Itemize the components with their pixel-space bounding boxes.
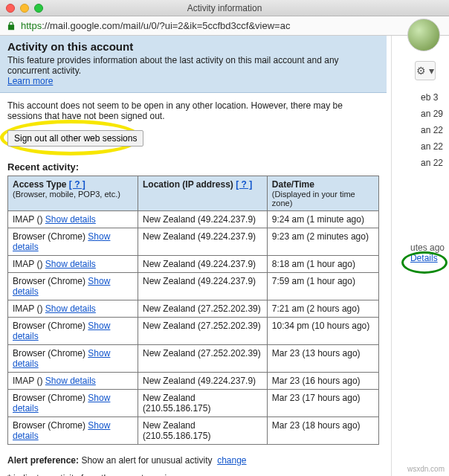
cell-location: New Zealand (27.252.202.39) <box>138 300 268 318</box>
url-scheme: https <box>21 20 42 31</box>
cell-location: New Zealand (49.224.237.9) <box>138 273 268 300</box>
table-row: IMAP () Show detailsNew Zealand (49.224.… <box>8 373 379 390</box>
cell-location: New Zealand (27.252.202.39) <box>138 318 268 345</box>
cell-access: IMAP () Show details <box>8 300 138 318</box>
table-row: IMAP () Show detailsNew Zealand (49.224.… <box>8 256 379 273</box>
show-details-link[interactable]: Show details <box>45 214 96 225</box>
cell-datetime: Mar 23 (16 hours ago) <box>267 373 378 390</box>
change-alert-link[interactable]: change <box>217 455 246 466</box>
activity-snippet: utes ago Details <box>410 242 445 263</box>
cell-access: Browser (Chrome) Show details <box>8 228 138 256</box>
session-asterisk-note: * indicates activity from the current se… <box>7 473 379 476</box>
table-row: Browser (Chrome) Show detailsNew Zealand… <box>8 228 379 256</box>
col-location: Location (IP address) [ ? ] <box>138 176 268 211</box>
sign-out-sessions-button[interactable]: Sign out all other web sessions <box>7 130 143 147</box>
cell-datetime: 7:21 am (2 hours ago) <box>267 300 378 318</box>
cell-datetime: 7:59 am (1 hour ago) <box>267 273 378 300</box>
cell-location: New Zealand (49.224.237.9) <box>138 256 268 273</box>
details-link[interactable]: Details <box>410 253 438 263</box>
table-row: IMAP () Show detailsNew Zealand (49.224.… <box>8 211 379 228</box>
banner-heading: Activity on this account <box>7 40 379 53</box>
cell-datetime: 9:23 am (2 minutes ago) <box>267 228 378 256</box>
cell-access: Browser (Chrome) Show details <box>8 345 138 373</box>
table-row: Browser (Chrome) Show detailsNew Zealand… <box>8 390 379 417</box>
cell-access: Browser (Chrome) Show details <box>8 273 138 300</box>
cell-location: New Zealand (210.55.186.175) <box>138 417 268 445</box>
cell-access: IMAP () Show details <box>8 211 138 228</box>
show-details-link[interactable]: Show details <box>45 259 96 269</box>
table-row: Browser (Chrome) Show detailsNew Zealand… <box>8 417 379 445</box>
cell-location: New Zealand (210.55.186.175) <box>138 390 268 417</box>
info-banner: Activity on this account This feature pr… <box>0 36 387 93</box>
gear-icon: ⚙ ▾ <box>416 65 434 77</box>
window-title: Activity information <box>0 3 449 13</box>
lock-icon <box>6 21 16 31</box>
cell-location: New Zealand (49.224.237.9) <box>138 228 268 256</box>
recent-activity-heading: Recent activity: <box>7 161 379 173</box>
url-rest: ://mail.google.com/mail/u/0/?ui=2&ik=5cc… <box>42 20 290 31</box>
show-details-link[interactable]: Show details <box>45 303 96 314</box>
cell-access: Browser (Chrome) Show details <box>8 318 138 345</box>
table-row: Browser (Chrome) Show detailsNew Zealand… <box>8 318 379 345</box>
cell-access: Browser (Chrome) Show details <box>8 417 138 445</box>
col-datetime: Date/Time (Displayed in your time zone) <box>267 176 378 211</box>
show-details-link[interactable]: Show details <box>45 376 96 386</box>
cell-datetime: 9:24 am (1 minute ago) <box>267 211 378 228</box>
location-help-link[interactable]: [ ? ] <box>236 179 252 190</box>
cell-datetime: 10:34 pm (10 hours ago) <box>267 318 378 345</box>
cell-location: New Zealand (27.252.202.39) <box>138 345 268 373</box>
table-row: Browser (Chrome) Show detailsNew Zealand… <box>8 273 379 300</box>
col-access-type: Access Type [ ? ] (Browser, mobile, POP3… <box>8 176 138 211</box>
cell-location: New Zealand (49.224.237.9) <box>138 211 268 228</box>
settings-button[interactable]: ⚙ ▾ <box>415 61 436 80</box>
cell-location: New Zealand (49.224.237.9) <box>138 373 268 390</box>
cell-datetime: Mar 23 (17 hours ago) <box>267 390 378 417</box>
avatar[interactable] <box>407 19 440 51</box>
banner-description: This feature provides information about … <box>7 55 339 76</box>
address-bar[interactable]: https://mail.google.com/mail/u/0/?ui=2&i… <box>0 16 449 36</box>
table-row: Browser (Chrome) Show detailsNew Zealand… <box>8 345 379 373</box>
inbox-date-fragments: eb 3 an 29 an 22 an 22 an 22 <box>421 89 443 171</box>
activity-table: Access Type [ ? ] (Browser, mobile, POP3… <box>7 176 379 445</box>
learn-more-link[interactable]: Learn more <box>7 76 53 86</box>
access-help-link[interactable]: [ ? ] <box>69 179 85 190</box>
cell-datetime: Mar 23 (18 hours ago) <box>267 417 378 445</box>
window-titlebar: Activity information <box>0 0 449 16</box>
session-note: This account does not seem to be open in… <box>7 100 379 121</box>
cell-datetime: Mar 23 (13 hours ago) <box>267 345 378 373</box>
cell-access: Browser (Chrome) Show details <box>8 390 138 417</box>
alert-preference: Alert preference: Show an alert for unus… <box>7 455 379 466</box>
cell-datetime: 8:18 am (1 hour ago) <box>267 256 378 273</box>
url-text: https://mail.google.com/mail/u/0/?ui=2&i… <box>21 20 290 31</box>
table-row: IMAP () Show detailsNew Zealand (27.252.… <box>8 300 379 318</box>
cell-access: IMAP () Show details <box>8 256 138 273</box>
cell-access: IMAP () Show details <box>8 373 138 390</box>
